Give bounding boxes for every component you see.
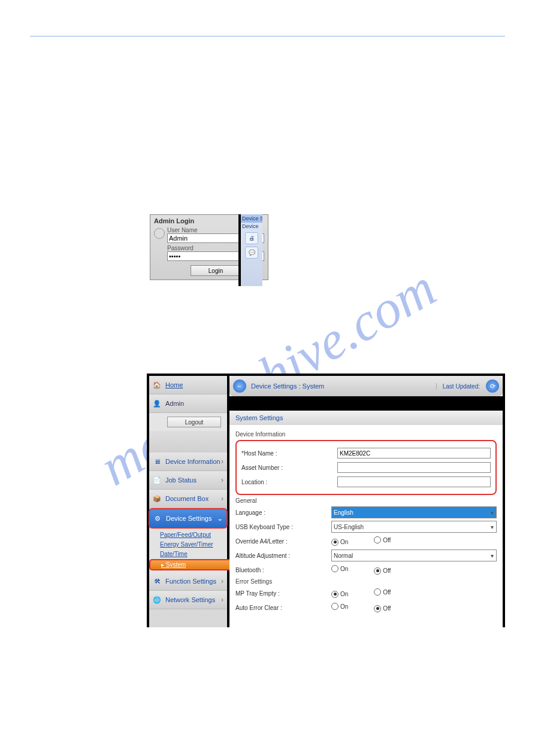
bluetooth-off-radio[interactable]: Off: [374, 567, 391, 575]
error-settings-section-title: Error Settings: [235, 578, 497, 585]
job-status-icon: 📄: [151, 474, 163, 486]
admin-ui-frame: 🏠 Home 👤 Admin Logout 🖥 Device Informati…: [147, 374, 505, 627]
content-gap: [229, 396, 503, 411]
sublink-paper-feed-output[interactable]: Paper/Feed/Output: [160, 530, 227, 540]
host-name-label: *Host Name :: [241, 450, 337, 457]
radio-dot-icon: [331, 603, 338, 610]
sublink-date-time[interactable]: Date/Time: [160, 549, 227, 559]
usb-keyboard-label: USB Keyboard Type :: [235, 524, 331, 530]
radio-dot-icon: [374, 536, 381, 544]
sublink-system-label: System: [166, 561, 186, 568]
radio-dot-icon: [331, 539, 338, 546]
sidebar-home[interactable]: 🏠 Home: [149, 376, 227, 394]
back-button[interactable]: ←: [233, 379, 246, 393]
sidebar-item-label: Device Information: [165, 458, 220, 465]
auto-error-on-radio[interactable]: On: [331, 603, 348, 610]
sidebar-item-label: Device Settings: [166, 515, 211, 522]
asset-number-input[interactable]: [337, 462, 491, 473]
radio-dot-icon: [374, 588, 381, 596]
off-label: Off: [383, 537, 391, 544]
sidebar-item-label: Network Settings: [165, 596, 215, 603]
on-label: On: [340, 603, 348, 610]
sidebar-item-document-box[interactable]: 📦 Document Box ›: [149, 490, 227, 508]
off-label: Off: [383, 589, 391, 596]
document-box-icon: 📦: [151, 493, 163, 505]
breadcrumb-path: Device Settings : System: [251, 382, 324, 390]
auto-error-clear-label: Auto Error Clear :: [235, 605, 331, 611]
chevron-right-icon: ›: [221, 476, 223, 484]
device-snippet-sub: Device: [241, 223, 262, 230]
location-label: Location :: [241, 479, 337, 485]
sublink-energy-saver-timer[interactable]: Energy Saver/Timer: [160, 540, 227, 549]
off-label: Off: [383, 605, 391, 612]
device-snippet-header: Device S: [241, 214, 262, 223]
chevron-down-icon: ⌄: [217, 514, 223, 523]
sidebar-item-label: Job Status: [165, 476, 197, 484]
usb-keyboard-select[interactable]: US-English: [331, 521, 497, 533]
radio-dot-icon: [374, 605, 381, 612]
chevron-right-icon: ›: [221, 596, 223, 604]
panel-body: Device Information *Host Name : Asset Nu…: [229, 425, 503, 620]
sidebar-item-device-settings[interactable]: ⚙ Device Settings ⌄: [149, 508, 228, 529]
altitude-adjustment-label: Altitude Adjustment :: [235, 552, 331, 559]
radio-dot-icon: [331, 565, 338, 572]
override-a4-letter-label: Override A4/Letter :: [235, 538, 331, 545]
device-info-section-title: Device Information: [235, 431, 497, 438]
sidebar-item-label: Document Box: [165, 495, 208, 502]
language-select[interactable]: English: [331, 506, 497, 518]
sidebar-item-network-settings[interactable]: 🌐 Network Settings ›: [149, 591, 227, 609]
mp-tray-on-radio[interactable]: On: [331, 591, 348, 598]
sidebar-home-label: Home: [165, 381, 183, 388]
override-off-radio[interactable]: Off: [374, 536, 391, 544]
network-settings-icon: 🌐: [151, 594, 163, 606]
sidebar-item-function-settings[interactable]: 🛠 Function Settings ›: [149, 572, 227, 591]
sidebar-item-device-information[interactable]: 🖥 Device Information ›: [149, 453, 227, 471]
asset-number-label: Asset Number :: [241, 464, 337, 471]
sidebar-spacer: [149, 431, 227, 453]
bluetooth-on-radio[interactable]: On: [331, 565, 348, 572]
general-section-title: General: [235, 497, 497, 504]
on-label: On: [340, 591, 348, 597]
refresh-button[interactable]: ⟳: [486, 379, 499, 393]
off-label: Off: [383, 567, 391, 574]
radio-dot-icon: [331, 591, 338, 598]
usb-keyboard-value: US-English: [334, 524, 364, 530]
device-snippet: Device S Device 🖨 💬: [238, 214, 262, 286]
sidebar: 🏠 Home 👤 Admin Logout 🖥 Device Informati…: [149, 376, 227, 627]
on-label: On: [340, 539, 348, 545]
device-settings-submenu: Paper/Feed/Output Energy Saver/Timer Dat…: [149, 529, 227, 572]
login-button[interactable]: Login: [191, 265, 241, 276]
host-name-input[interactable]: [337, 448, 491, 459]
user-icon: 👤: [151, 397, 163, 409]
radio-dot-icon: [374, 567, 381, 575]
sidebar-item-label: Function Settings: [165, 578, 216, 585]
sublink-system[interactable]: ▸ System: [149, 559, 238, 570]
top-divider: [30, 36, 505, 37]
altitude-select[interactable]: Normal: [331, 549, 497, 561]
user-icon: [154, 228, 165, 239]
last-updated-label: Last Updated:: [436, 383, 480, 390]
device-info-highlight-box: *Host Name : Asset Number : Location :: [235, 440, 497, 495]
sidebar-admin-label: Admin: [165, 400, 184, 407]
language-label: Language :: [235, 509, 331, 516]
mp-tray-off-radio[interactable]: Off: [374, 588, 391, 596]
sidebar-admin: 👤 Admin: [149, 394, 227, 413]
breadcrumb-bar: ← Device Settings : System Last Updated:…: [229, 376, 503, 396]
printer-icon: 🖨: [245, 232, 258, 244]
override-on-radio[interactable]: On: [331, 539, 348, 546]
sidebar-item-job-status[interactable]: 📄 Job Status ›: [149, 471, 227, 490]
chevron-right-icon: ›: [221, 494, 223, 503]
chat-icon: 💬: [245, 247, 258, 259]
bluetooth-label: Bluetooth :: [235, 567, 331, 573]
chevron-right-icon: ›: [221, 577, 223, 585]
device-info-icon: 🖥: [151, 456, 163, 467]
device-settings-icon: ⚙: [152, 512, 164, 524]
chevron-right-icon: ›: [221, 457, 223, 466]
home-icon: 🏠: [151, 379, 163, 391]
altitude-value: Normal: [334, 552, 353, 559]
location-input[interactable]: [337, 476, 491, 487]
auto-error-off-radio[interactable]: Off: [374, 605, 391, 612]
logout-button[interactable]: Logout: [167, 417, 221, 427]
language-value: English: [334, 509, 353, 516]
content-area: ← Device Settings : System Last Updated:…: [229, 376, 503, 627]
